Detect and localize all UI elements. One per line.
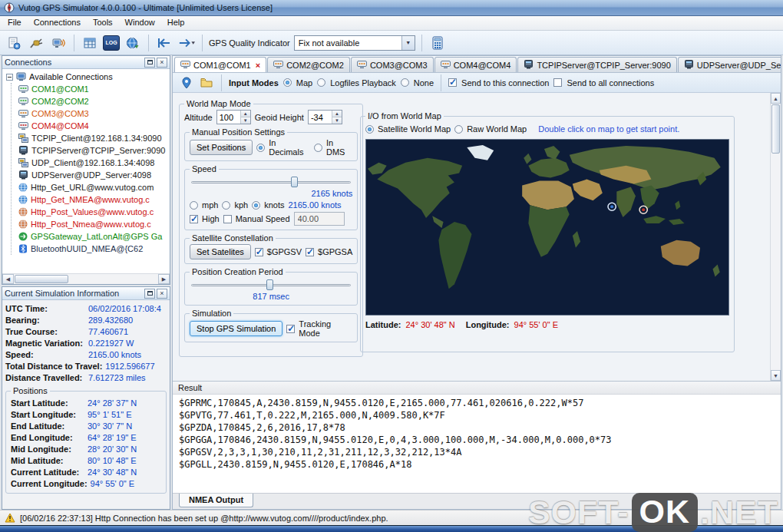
scrollbar-thumb[interactable] [771,104,780,154]
altitude-spinner[interactable]: ▲▼ [216,110,251,124]
spinner-arrows-icon[interactable]: ▲▼ [240,111,250,124]
raw-world-map-radio[interactable] [454,125,463,134]
satellite-constellation-title: Satellite Constellation [190,233,276,243]
knots-label: knots [264,200,284,210]
log-icon[interactable]: LOG [103,35,120,51]
menu-help[interactable]: Help [161,16,191,30]
connection-gateway-icon [18,232,28,241]
menu-window[interactable]: Window [119,16,161,30]
connection-item[interactable]: COM4@COM4 [18,120,170,132]
speed-slider[interactable] [190,176,352,188]
collapse-icon[interactable] [6,74,13,81]
connection-item[interactable]: Http_Post_Values@www.vutog.c [18,206,170,218]
menu-bar: FileConnectionsToolsWindowHelp [0,16,783,31]
manual-speed-checkbox[interactable] [223,215,232,223]
scrollbar-thumb[interactable] [15,275,68,283]
menu-connections[interactable]: Connections [28,16,87,30]
dropdown-arrow-icon[interactable]: ▼ [401,36,415,50]
gpgsv-checkbox[interactable] [255,248,263,256]
scroll-left-icon[interactable]: ◀ [2,274,14,284]
connect-icon[interactable] [27,34,45,52]
gpgsa-checkbox[interactable] [306,248,314,256]
tab-com1-com1[interactable]: COM1@COM1× [174,57,266,72]
broadcast-icon[interactable] [49,34,68,52]
calculator-icon[interactable] [428,34,447,52]
high-speed-checkbox[interactable] [190,215,198,223]
add-connection-icon[interactable] [5,34,23,52]
menu-file[interactable]: File [2,16,28,30]
horizontal-scrollbar[interactable]: ◀ ▶ [2,273,170,284]
spinner-arrows-icon[interactable]: ▲▼ [332,111,342,124]
menu-tools[interactable]: Tools [87,16,119,30]
altitude-input[interactable] [217,111,240,124]
in-decimals-radio[interactable] [256,144,265,152]
send-all-connections-checkbox[interactable] [553,78,562,87]
satellite-world-map-radio[interactable] [365,125,374,134]
main-toolbar: LOG GPS Quality Indicator Fix not availa… [0,31,783,55]
send-this-connection-checkbox[interactable] [448,78,457,87]
mph-radio[interactable] [190,201,198,210]
connection-item[interactable]: COM1@COM1 [18,83,170,95]
close-tab-icon[interactable]: × [256,61,260,70]
folder-icon[interactable] [199,75,214,91]
play-forward-icon[interactable] [177,34,196,52]
geoid-height-input[interactable] [309,111,332,124]
connection-item[interactable]: TCPIPServer@TCPIP_Server:9090 [18,144,170,157]
io-world-map-title: I/O from World Map [365,111,444,121]
connection-serial-icon [18,109,28,118]
tree-root[interactable]: Available Connections [5,71,170,83]
geoid-height-spinner[interactable]: ▲▼ [308,110,342,124]
scroll-right-icon[interactable]: ▶ [158,274,170,284]
connection-item[interactable]: UDP_Client@192.168.1.34:4098 [18,157,170,169]
input-mode-map-radio[interactable] [283,78,292,87]
scroll-up-icon[interactable]: ▲ [771,93,781,104]
tab-com4-com4[interactable]: COM4@COM4 [434,57,517,72]
float-panel-button[interactable] [144,58,155,68]
set-satellites-button[interactable]: Set Satelites [190,244,251,259]
world-sync-icon[interactable] [124,34,142,52]
knots-radio[interactable] [252,201,260,210]
position-creation-period-group: Position Creation Period 817 msec [184,267,358,306]
input-mode-none-radio[interactable] [401,78,409,87]
close-panel-button[interactable]: × [157,289,167,299]
connection-item[interactable]: Http_Get_NMEA@www.vutog.c [18,193,170,206]
tab-com3-com3[interactable]: COM3@COM3 [351,57,434,72]
manual-speed-input[interactable] [294,212,345,226]
tracking-mode-checkbox[interactable] [286,325,295,333]
connection-item[interactable]: Http_Post_Nmea@www.vutog.c [18,218,170,230]
close-panel-button[interactable]: × [157,58,167,68]
float-panel-button[interactable] [144,289,155,299]
main-area: COM1@COM1×COM2@COM2COM3@COM3COM4@COM4TCP… [172,55,781,510]
stop-gps-simulation-button[interactable]: Stop GPS Simulation [190,321,282,336]
world-map[interactable] [365,139,729,316]
connection-item[interactable]: COM3@COM3 [18,107,170,120]
connection-item[interactable]: UDPServer@UDP_Server:4098 [18,169,170,181]
simulation-info-header[interactable]: Current Simulation Information × [2,287,170,300]
tab-com2-com2[interactable]: COM2@COM2 [267,57,350,72]
input-mode-logfiles-radio[interactable] [317,78,325,87]
gpgsv-label: $GPGSV [267,247,302,256]
kph-radio[interactable] [222,201,230,210]
position-value: 24° 30' 48" N [88,468,137,477]
tab-nmea-output[interactable]: NMEA Output [179,494,253,507]
connection-label: GPSGateway_LatLonAlt@GPS Ga [31,232,162,241]
tab-udpserver-udp-server[interactable]: UDPServer@UDP_Server [678,57,781,72]
connection-item[interactable]: BluetoothUUID_NMEA@{C62 [18,243,170,255]
scroll-down-icon[interactable]: ▼ [771,370,781,381]
set-positions-button[interactable]: Set Positions [190,140,253,155]
grid-view-icon[interactable] [81,34,99,52]
gps-quality-select[interactable]: Fix not available ▼ [294,35,415,51]
connection-item[interactable]: COM2@COM2 [18,95,170,107]
connections-panel-header[interactable]: Connections × [2,56,170,69]
vertical-scrollbar[interactable]: ▲ ▼ [770,93,781,381]
step-back-icon[interactable] [155,34,173,52]
manual-speed-label: Manual Speed [236,214,290,223]
connection-item[interactable]: TCPIP_Client@192.168.1.34:9090 [18,132,170,144]
connection-item[interactable]: Http_Get_URL@www.vutog.com [18,181,170,193]
map-pin-icon[interactable] [179,75,194,91]
in-dms-radio[interactable] [314,144,322,152]
position-row: End Longitude:64° 28' 19" E [11,431,161,443]
tab-tcpipserver-tcpip-server-9090[interactable]: TCPIPServer@TCPIP_Server:9090 [517,57,676,72]
connection-item[interactable]: GPSGateway_LatLonAlt@GPS Ga [18,230,170,243]
period-slider[interactable] [190,279,352,291]
